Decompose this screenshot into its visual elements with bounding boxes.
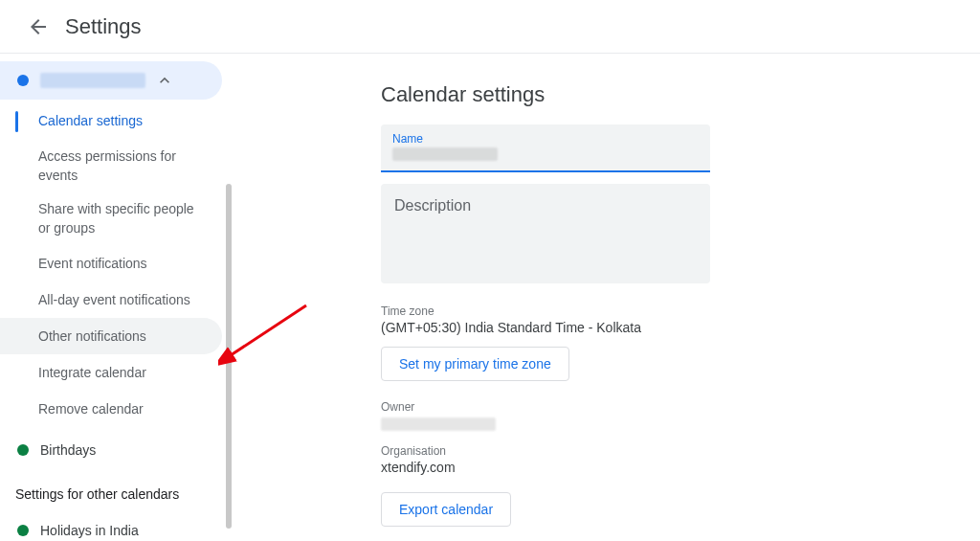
sidebar-item-other-notifications[interactable]: Other notifications [0,318,222,354]
sidebar-item-label: Other notifications [38,327,146,347]
back-button[interactable] [19,8,57,46]
sidebar-section-other-calendars: Settings for other calendars [0,469,237,511]
calendar-name-redacted [40,73,145,88]
sidebar-item-holidays-india[interactable]: Holidays in India [0,511,237,541]
sidebar-item-label: Birthdays [40,442,96,458]
sidebar-subitems: Calendar settings Access permissions for… [0,103,237,427]
sidebar-item-event-notifications[interactable]: Event notifications [0,245,222,282]
calendar-color-dot [17,525,29,536]
organisation-label: Organisation [381,444,980,458]
arrow-left-icon [27,15,50,38]
sidebar-item-label: Access permissions for events [38,147,207,185]
organisation-value: xtendify.com [381,460,980,475]
sidebar-item-remove-calendar[interactable]: Remove calendar [0,391,222,427]
sidebar-item-label: Remove calendar [38,400,144,419]
sidebar-item-label: Share with specific people or groups [38,200,207,237]
sidebar-item-integrate-calendar[interactable]: Integrate calendar [0,354,222,391]
sidebar-item-allday-notifications[interactable]: All-day event notifications [0,282,222,318]
scrollbar-thumb[interactable] [226,184,232,529]
name-value-redacted [392,147,498,161]
sidebar-item-label: Integrate calendar [38,364,146,383]
owner-value-redacted [381,417,496,431]
button-label: Export calendar [399,502,493,517]
button-label: Set my primary time zone [399,356,551,372]
settings-header: Settings [0,0,980,54]
sidebar-item-birthdays[interactable]: Birthdays [0,431,237,469]
sidebar-item-calendar-settings[interactable]: Calendar settings [0,103,222,140]
calendar-color-dot [17,444,29,456]
export-calendar-button[interactable]: Export calendar [381,492,511,527]
owner-label: Owner [381,400,980,414]
page-title: Settings [65,14,142,39]
main-content: Calendar settings Name Description Time … [237,54,980,541]
set-primary-timezone-button[interactable]: Set my primary time zone [381,347,569,381]
sidebar: Calendar settings Access permissions for… [0,54,237,541]
calendar-color-dot [17,75,29,86]
sidebar-calendar-expander[interactable] [0,61,222,100]
description-placeholder: Description [394,197,471,214]
sidebar-item-share-specific[interactable]: Share with specific people or groups [0,192,222,245]
section-heading: Calendar settings [381,82,980,107]
chevron-up-icon [149,65,180,96]
name-input[interactable]: Name [381,124,710,172]
sidebar-item-label: All-day event notifications [38,291,190,310]
description-input[interactable]: Description [381,184,710,283]
name-input-label: Name [392,132,699,146]
sidebar-item-label: Holidays in India [40,523,139,538]
timezone-value: (GMT+05:30) India Standard Time - Kolkat… [381,320,980,335]
sidebar-item-label: Calendar settings [38,112,143,131]
sidebar-item-label: Event notifications [38,255,147,274]
timezone-label: Time zone [381,304,980,318]
sidebar-item-access-permissions[interactable]: Access permissions for events [0,140,222,192]
